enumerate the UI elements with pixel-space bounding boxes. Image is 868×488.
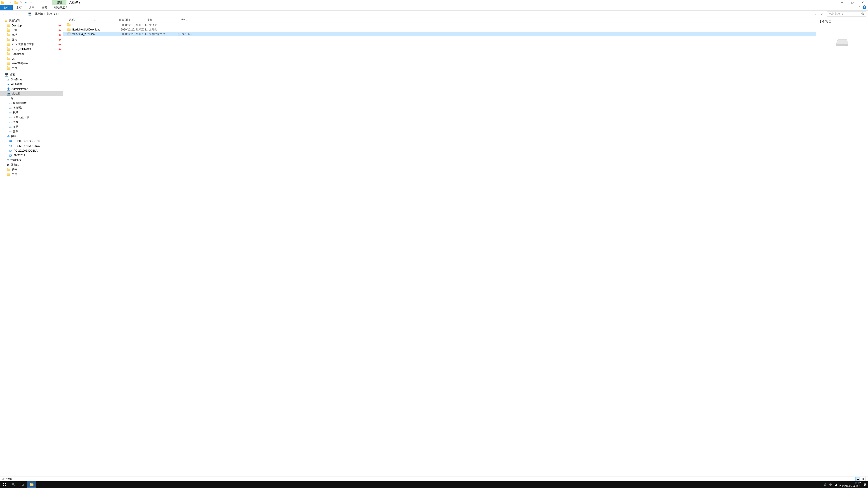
properties-icon[interactable]: ✓ — [9, 1, 13, 4]
sidebar-item[interactable]: 图片 — [0, 66, 63, 70]
sidebar-item-software[interactable]: 软件 — [0, 167, 63, 172]
tab-file[interactable]: 文件 — [0, 5, 13, 10]
sidebar-item-wps[interactable]: ☁WPS网盘 — [0, 82, 63, 87]
sidebar-item-administrator[interactable]: 👤Administrator — [0, 87, 63, 91]
chevron-right-icon[interactable]: › — [58, 13, 59, 15]
sidebar-item-computer[interactable]: 🖳DESKTOP-NJEU3CG — [0, 143, 63, 148]
undo-icon[interactable]: ▸ — [24, 1, 28, 4]
sidebar-item[interactable]: excel表格制作求和📌 — [0, 42, 63, 47]
back-button[interactable]: ← — [2, 12, 6, 16]
star-icon: ★ — [4, 19, 7, 23]
new-folder-icon[interactable] — [14, 1, 18, 4]
sidebar-item-network[interactable]: 🖧网络 — [0, 134, 63, 139]
view-details-button[interactable]: ☰ — [855, 477, 860, 481]
drive-illustration — [819, 37, 865, 47]
column-size[interactable]: 大小 — [168, 18, 188, 22]
sidebar-item[interactable]: ▭图片 — [0, 120, 63, 125]
search-icon[interactable]: 🔍 — [861, 12, 865, 15]
tray-chevron-icon[interactable]: ⌃ — [819, 483, 821, 486]
sidebar-item[interactable]: 图片📌 — [0, 37, 63, 42]
file-row[interactable]: Win7x64_2020.iso2020/12/25, 星期五 1...光盘映像… — [63, 32, 816, 36]
address-dropdown-icon[interactable]: ⌄ — [813, 12, 818, 16]
sidebar-item[interactable]: ▭音乐 — [0, 129, 63, 134]
ime-indicator[interactable]: 中 — [829, 483, 832, 486]
sidebar-item-this-pc[interactable]: 💻此电脑 — [0, 91, 63, 96]
sidebar-item[interactable]: 下载📌 — [0, 28, 63, 33]
file-row[interactable]: BaiduNetdiskDownload2020/12/25, 星期五 1...… — [63, 27, 816, 32]
search-button[interactable]: 🔍 — [9, 481, 18, 488]
up-button[interactable]: ↑ — [21, 12, 25, 16]
action-center-icon[interactable]: 💬 — [864, 483, 867, 486]
close-button[interactable]: ✕ — [858, 0, 868, 5]
file-row[interactable]: 12020/12/15, 星期二 1...文件夹 — [63, 23, 816, 27]
quick-access-root[interactable]: ★快速访问 — [0, 18, 63, 23]
collapse-ribbon-icon[interactable]: ⌃ — [858, 6, 860, 9]
address-bar[interactable]: 🖥️ › 此电脑 › 文档 (E:) › ⌄ ⟳ — [27, 12, 825, 16]
sidebar-item[interactable]: Bandicam — [0, 52, 63, 56]
task-view-button[interactable]: ⧉ — [18, 481, 27, 488]
computer-icon: 🖳 — [9, 149, 12, 153]
sidebar-item[interactable]: win7重装win7 — [0, 61, 63, 66]
sidebar-item-libraries[interactable]: 🗂库 — [0, 96, 63, 101]
divider — [35, 1, 35, 4]
delete-icon[interactable]: ✕ — [19, 1, 23, 4]
svg-rect-5 — [3, 483, 4, 484]
help-icon[interactable]: ? — [863, 5, 866, 9]
sidebar-item[interactable]: ▭视频 — [0, 110, 63, 115]
column-date[interactable]: 修改日期 — [117, 18, 145, 22]
column-headers: 名称▴ 修改日期 类型 大小 — [63, 18, 816, 23]
sidebar-item[interactable]: ▭文档 — [0, 125, 63, 129]
column-name[interactable]: 名称▴ — [67, 18, 117, 22]
library-item-icon: ▭ — [9, 102, 11, 105]
tab-view[interactable]: 查看 — [38, 5, 51, 10]
sidebar-item-files[interactable]: 文件 — [0, 172, 63, 177]
details-pane: 3 个项目 — [816, 18, 868, 476]
svg-rect-6 — [5, 483, 6, 484]
tab-share[interactable]: 共享 — [25, 5, 38, 10]
sidebar-item[interactable]: 文档📌 — [0, 33, 63, 37]
sidebar-item-control-panel[interactable]: ⊞控制面板 — [0, 158, 63, 162]
sidebar-item[interactable]: ▭天翼云盘下载 — [0, 115, 63, 120]
file-date: 2020/12/25, 星期五 1... — [121, 32, 149, 36]
sidebar-item[interactable]: Desktop📌 — [0, 23, 63, 28]
system-tray: ⌃ 🔊 中 ◪ 16:32 2020/12/25, 星期五 💬 — [819, 482, 867, 488]
start-button[interactable] — [0, 481, 9, 488]
sidebar-item[interactable]: YUNQISHI2019📌 — [0, 47, 63, 52]
sidebar-item[interactable]: ▭保存的图片 — [0, 101, 63, 105]
desktop-root[interactable]: 🖥️桌面 — [0, 72, 63, 77]
forward-button[interactable]: → — [8, 12, 13, 16]
app-icon — [1, 1, 4, 4]
clock[interactable]: 16:32 2020/12/25, 星期五 — [839, 482, 861, 488]
chevron-right-icon[interactable]: › — [33, 13, 33, 15]
computer-icon: 🖳 — [9, 154, 12, 157]
file-date: 2020/12/25, 星期五 1... — [121, 28, 149, 32]
volume-icon[interactable]: 🔊 — [824, 483, 827, 486]
tab-home[interactable]: 主页 — [13, 5, 25, 10]
search-input[interactable]: 搜索"文档 (E:)" 🔍 — [827, 11, 866, 17]
sidebar-item-computer[interactable]: 🖳PC-20190530OBLA — [0, 148, 63, 153]
breadcrumb-current[interactable]: 文档 (E:) — [46, 12, 57, 16]
breadcrumb-root[interactable]: 此电脑 — [35, 12, 43, 16]
folder-icon — [7, 47, 10, 51]
tray-app-icon[interactable]: ◪ — [835, 483, 837, 486]
sidebar-item[interactable]: G:\ — [0, 56, 63, 61]
tab-drive-tools[interactable]: 驱动器工具 — [51, 5, 71, 10]
chevron-right-icon[interactable]: › — [44, 13, 45, 15]
minimize-button[interactable]: ─ — [837, 0, 847, 5]
contextual-tab-manage[interactable]: 管理 — [52, 0, 66, 5]
file-name: 1 — [72, 24, 121, 27]
folder-icon — [7, 24, 10, 27]
column-type[interactable]: 类型 — [145, 18, 168, 22]
refresh-icon[interactable]: ⟳ — [819, 12, 824, 16]
pin-icon: 📌 — [58, 47, 62, 51]
taskbar-explorer[interactable] — [27, 481, 36, 488]
sidebar-item-recycle-bin[interactable]: 🗑回收站 — [0, 162, 63, 167]
sidebar-item-computer[interactable]: 🖳ZMT2019 — [0, 153, 63, 158]
recent-dropdown-icon[interactable]: ▾ — [14, 12, 19, 16]
sidebar-item-computer[interactable]: 🖳DESKTOP-LSSOEDP — [0, 139, 63, 143]
sidebar-item-onedrive[interactable]: ☁OneDrive — [0, 77, 63, 82]
qat-dropdown-icon[interactable]: ▾ — [29, 1, 33, 4]
maximize-button[interactable]: ▢ — [847, 0, 858, 5]
view-thumbnails-button[interactable]: ▦ — [861, 477, 866, 481]
sidebar-item[interactable]: ▭本机照片 — [0, 105, 63, 110]
